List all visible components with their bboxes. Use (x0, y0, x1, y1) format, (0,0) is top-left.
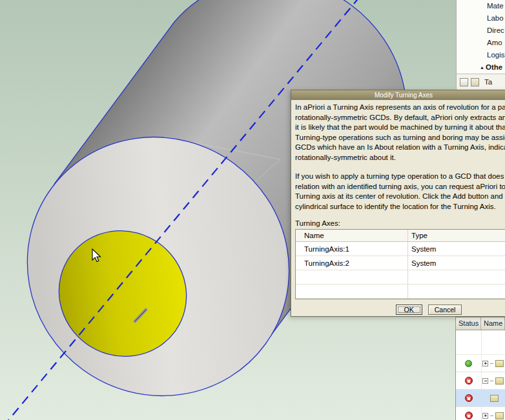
section-other-label: Othe (486, 61, 502, 74)
empty-row (456, 330, 505, 355)
collapse-icon[interactable] (482, 378, 488, 384)
status-error-icon (465, 412, 473, 419)
tree-dash (490, 381, 493, 381)
gcd-node-icon (495, 377, 504, 385)
tree-dash (490, 363, 493, 364)
table-row[interactable]: TurningAxis:2 System (296, 256, 505, 270)
dialog-instructions-text: If you wish to apply a turning type oper… (295, 172, 505, 212)
status-ok-icon (465, 360, 472, 367)
app-window: Mate Labo Direc Amo Logis ▲ Othe Ta Stat… (0, 0, 505, 420)
intro-line: it is likely that the part would be mach… (295, 123, 505, 133)
panel-toolbar: Ta (457, 74, 505, 90)
cost-label-material: Mate (457, 0, 505, 12)
status-error-icon (465, 377, 473, 385)
body-line: If you wish to apply a turning type oper… (295, 172, 505, 182)
modify-turning-axes-dialog: Modify Turning Axes In aPriori a Turning… (291, 90, 505, 317)
body-line: relation with an identified turning axis… (295, 182, 505, 192)
intro-line: rotationally-symmetric GCDs. By default,… (295, 113, 505, 123)
gcd-node-icon (490, 395, 499, 402)
status-table-header: Status Name (456, 317, 505, 330)
intro-line: Turning-type operations such as turning … (295, 133, 505, 143)
panel-options-icon[interactable] (471, 78, 479, 86)
cost-label-direct: Direc (457, 25, 505, 37)
expand-icon[interactable] (482, 361, 488, 366)
dialog-button-row: OK Cancel (320, 305, 505, 315)
table-view-icon[interactable] (460, 78, 468, 86)
section-other[interactable]: ▲ Othe (457, 61, 505, 74)
table-row-selected[interactable] (456, 390, 505, 407)
intro-line: rotationally-symmetric about it. (295, 153, 505, 163)
cost-label-logistics: Logis (457, 49, 505, 61)
ok-button[interactable]: OK (396, 305, 422, 315)
dialog-title-bar[interactable]: Modify Turning Axes (291, 90, 505, 100)
table-row-empty[interactable] (296, 285, 505, 299)
column-header-status[interactable]: Status (456, 317, 481, 330)
axis-type-cell: System (408, 259, 505, 267)
table-row[interactable]: TurningAxis:1 System (296, 242, 505, 256)
gcd-node-icon (495, 412, 504, 419)
cost-label-amortized: Amo (457, 37, 505, 49)
axis-type-cell: System (408, 245, 505, 253)
table-row-empty[interactable] (296, 270, 505, 285)
axis-name-cell: TurningAxis:1 (296, 242, 408, 255)
table-row[interactable] (456, 355, 505, 372)
column-header-type[interactable]: Type (408, 232, 505, 239)
intro-line: In aPriori a Turning Axis represents an … (295, 103, 505, 113)
column-header-name[interactable]: Name (481, 317, 505, 330)
body-line: cylindrical surface to identify the loca… (295, 202, 505, 212)
gcd-status-panel: Status Name (455, 317, 505, 420)
status-error-icon (465, 394, 473, 402)
turning-axes-table: Name Type TurningAxis:1 System TurningAx… (295, 229, 505, 299)
expand-icon[interactable] (482, 413, 488, 419)
turning-axes-table-header: Name Type (296, 230, 505, 242)
intro-line: GCDs which have an Is About relation wit… (295, 143, 505, 153)
column-header-name[interactable]: Name (296, 230, 408, 241)
table-row[interactable] (456, 372, 505, 390)
tab-label[interactable]: Ta (484, 78, 492, 86)
gcd-node-icon (495, 360, 504, 367)
collapse-triangle-icon: ▲ (480, 61, 484, 74)
cost-summary-panel: Mate Labo Direc Amo Logis ▲ Othe Ta (456, 0, 505, 90)
table-row[interactable] (456, 407, 505, 420)
turning-axes-label: Turning Axes: (295, 219, 505, 227)
cost-label-labor: Labo (457, 12, 505, 25)
dialog-intro-text: In aPriori a Turning Axis represents an … (295, 103, 505, 163)
body-line: Turning axis at its center of revolution… (295, 192, 505, 202)
tree-dash (490, 415, 493, 416)
axis-name-cell: TurningAxis:2 (296, 256, 408, 270)
cancel-button[interactable]: Cancel (428, 305, 462, 315)
